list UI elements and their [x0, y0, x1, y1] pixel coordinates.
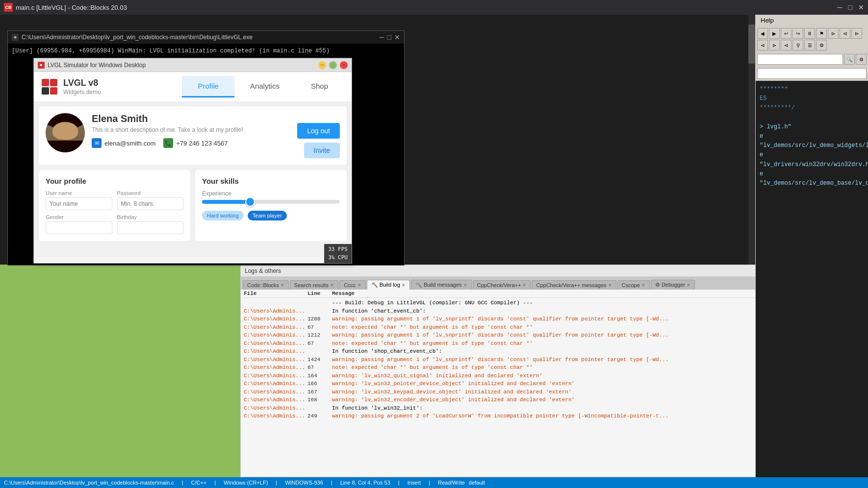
- row-file: C:\Users\Adminis...: [244, 307, 307, 316]
- lvgl-logo: [42, 79, 57, 95]
- close-btn[interactable]: ✕: [858, 3, 864, 11]
- tab-close-4[interactable]: ✕: [402, 283, 406, 288]
- tb-btn-5[interactable]: ⏸: [804, 28, 815, 39]
- tab-shop[interactable]: Shop: [295, 76, 344, 98]
- row-file: C:\Users\Adminis...: [244, 388, 307, 396]
- tb-btn-10[interactable]: ⊲: [757, 40, 768, 50]
- password-input[interactable]: [117, 197, 184, 210]
- password-label: Password: [117, 190, 184, 196]
- minimize-btn[interactable]: ─: [838, 3, 842, 11]
- experience-bar[interactable]: [202, 200, 340, 204]
- log-tab-cccc[interactable]: Cccc✕: [339, 280, 365, 290]
- row-line: 67: [307, 364, 332, 372]
- row-line: [307, 404, 332, 413]
- gender-input[interactable]: [46, 221, 112, 234]
- log-tab-buildmsg[interactable]: 🔨 Build messages✕: [411, 280, 472, 290]
- tab-close-8[interactable]: ✕: [641, 283, 645, 288]
- log-tab-cscope[interactable]: Cscope✕: [617, 280, 650, 290]
- console-close-btn[interactable]: ✕: [394, 33, 400, 41]
- editor-scrollbar[interactable]: [748, 15, 755, 265]
- username-label: User name: [46, 190, 112, 196]
- tab-close-6[interactable]: ✕: [522, 283, 526, 288]
- avatar-face: [52, 122, 77, 140]
- row-line: 1212: [307, 331, 332, 340]
- tab-close-5[interactable]: ✕: [463, 283, 467, 288]
- lvgl-content: Elena Smith This is a short description …: [34, 101, 352, 257]
- tb-btn-3[interactable]: ↩: [781, 28, 791, 39]
- row-line: 167: [307, 388, 332, 396]
- tb-btn-2[interactable]: ▶: [769, 28, 780, 39]
- search-opt-btn[interactable]: ⚙: [856, 54, 867, 65]
- tb-btn-1[interactable]: ◀: [757, 28, 768, 39]
- profile-phone-row: 📞 +79 246 123 4567: [163, 138, 228, 148]
- lvgl-window-title: LVGL Simulator for Windows Desktop: [48, 62, 318, 69]
- skills-tags: Hard working Team player: [202, 211, 340, 220]
- lvgl-maximize-btn[interactable]: □: [329, 61, 337, 69]
- tb-btn-12[interactable]: ⊲: [781, 40, 791, 50]
- log-tab-buildlog[interactable]: 🔨 Build log✕: [367, 280, 410, 290]
- lvgl-minimize-btn[interactable]: ─: [318, 61, 326, 69]
- lvgl-close-btn[interactable]: ✕: [340, 61, 348, 69]
- profile-avatar: [46, 113, 85, 152]
- code-include-2: e "lv_demos/src/lv_demo_widgets/lv_demo_…: [760, 132, 864, 150]
- tb-btn-7[interactable]: ⊳: [828, 28, 839, 39]
- logo-cell-4: [50, 87, 57, 95]
- row-file: C:\Users\Adminis...: [244, 331, 307, 340]
- tb-btn-15[interactable]: ⚙: [816, 40, 827, 50]
- search-go-btn[interactable]: 🔍: [844, 54, 855, 65]
- invite-button[interactable]: Invite: [304, 143, 340, 158]
- statusbar-sep6: |: [429, 480, 430, 486]
- logout-button[interactable]: Log out: [297, 123, 340, 139]
- search-input[interactable]: [757, 54, 843, 65]
- statusbar-lineending: Windows (CR+LF): [224, 480, 268, 486]
- tb-btn-6[interactable]: ⚑: [816, 28, 827, 39]
- tb-btn-9[interactable]: ⊳: [851, 28, 862, 39]
- your-profile-section: Your profile User name Password Gender: [39, 170, 190, 241]
- experience-fill: [202, 200, 250, 204]
- cb-app-icon: CB: [4, 3, 13, 12]
- maximize-btn[interactable]: □: [848, 3, 852, 11]
- skill-tag-team-player[interactable]: Team player: [248, 211, 287, 220]
- tb-btn-11[interactable]: ⊳: [769, 40, 780, 50]
- tb-btn-13[interactable]: ⚲: [792, 40, 803, 50]
- code-include-4: e "lv_demos/src/lv_demo_base/lv_demo_bas…: [760, 170, 864, 188]
- log-tab-cppcheck-msg[interactable]: CppCheck/Vera++ messages✕: [532, 280, 616, 290]
- search-input-2[interactable]: [757, 68, 867, 79]
- col-line-header: Line: [307, 291, 332, 296]
- fps-overlay: 33 FPS 3% CPU: [324, 244, 352, 263]
- gender-group: Gender: [46, 214, 112, 234]
- tab-close-1[interactable]: ✕: [281, 283, 284, 288]
- help-menu[interactable]: Help: [756, 15, 868, 26]
- fps-value: 33 FPS: [328, 245, 348, 254]
- profile-actions: Log out Invite: [297, 113, 340, 158]
- code-line-blank: [760, 113, 864, 122]
- tab-close-2[interactable]: ✕: [330, 283, 334, 288]
- tab-analytics[interactable]: Analytics: [234, 76, 295, 98]
- tab-close-9[interactable]: ✕: [687, 283, 690, 288]
- code-line-es: ES: [760, 94, 864, 103]
- tab-close-3[interactable]: ✕: [357, 283, 361, 288]
- log-tab-cppcheck[interactable]: CppCheck/Vera++✕: [473, 280, 531, 290]
- profile-phone: +79 246 123 4567: [176, 140, 228, 147]
- tb-btn-8[interactable]: ⊲: [840, 28, 850, 39]
- console-maximize-btn[interactable]: □: [387, 33, 391, 41]
- lvgl-app-subtitle: Widgets demo: [63, 89, 101, 96]
- editor-scrollbar-thumb[interactable]: [748, 24, 755, 64]
- statusbar-sep2: |: [214, 480, 216, 486]
- tb-btn-14[interactable]: ☰: [804, 40, 815, 50]
- profile-description: This is a short description of me. Take …: [92, 126, 290, 133]
- log-tab-search[interactable]: Search results✕: [290, 280, 338, 290]
- experience-thumb[interactable]: [245, 197, 255, 207]
- tb-btn-4[interactable]: ↪: [792, 28, 803, 39]
- log-tab-debugger[interactable]: ⚙ Debugger✕: [651, 280, 695, 290]
- tab-close-7[interactable]: ✕: [608, 283, 612, 288]
- tab-profile[interactable]: Profile: [182, 76, 234, 98]
- birthday-input[interactable]: [117, 221, 184, 234]
- profile-info: Elena Smith This is a short description …: [92, 113, 290, 148]
- log-tab-codeblocks[interactable]: Code::Blocks✕: [243, 280, 289, 290]
- username-input[interactable]: [46, 197, 112, 210]
- skill-tag-hard-working[interactable]: Hard working: [202, 211, 244, 220]
- console-minimize-btn[interactable]: ─: [380, 33, 384, 41]
- statusbar-filepath: C:\Users\Administrator\Desktop\lv_port_w…: [4, 480, 174, 486]
- logo-cell-2: [50, 79, 57, 86]
